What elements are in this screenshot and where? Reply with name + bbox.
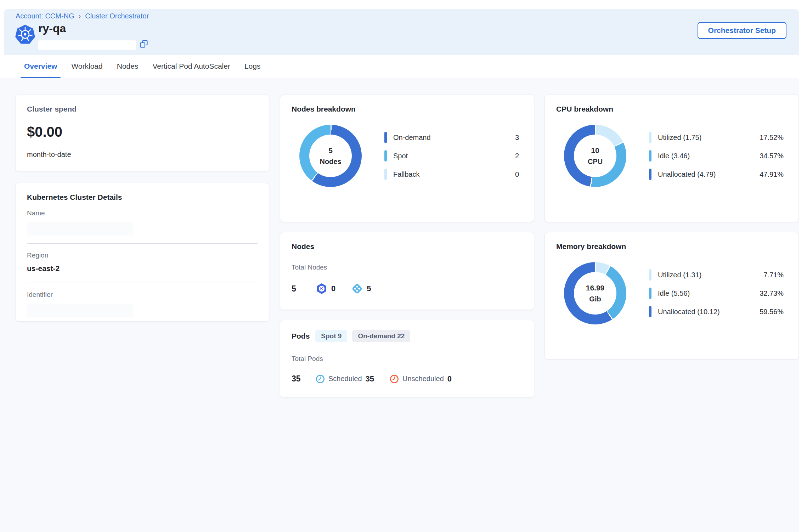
pods-badge-on-demand-22: On-demand 22	[352, 330, 410, 342]
unscheduled-value: 0	[447, 374, 452, 384]
tab-logs[interactable]: Logs	[244, 55, 261, 78]
legend-label: Idle (3.46)	[658, 152, 690, 160]
cluster-orchestrator-page: Account: CCM-NG › Cluster Orchestrator r…	[0, 0, 807, 532]
scheduled-value: 35	[366, 374, 374, 384]
copy-icon[interactable]	[140, 40, 148, 48]
breadcrumb-page-link[interactable]: Cluster Orchestrator	[85, 12, 149, 20]
cluster-id-redacted	[38, 40, 136, 50]
nodes-breakdown-card: Nodes breakdown5NodesOn-demand3Spot2Fall…	[280, 95, 534, 222]
tab-vertical-pod-autoscaler[interactable]: Vertical Pod AutoScaler	[152, 55, 230, 78]
cluster-details-card: Kubernetes Cluster Details NameRegionus-…	[15, 183, 269, 322]
cluster-spend-amount: $0.00	[27, 124, 258, 140]
detail-field-region: Regionus-east-2	[27, 244, 258, 275]
total-pods-value: 35	[292, 374, 316, 384]
legend-label: Unallocated (10.12)	[658, 308, 720, 316]
memory-breakdown-card: Memory breakdown16.99GibUtilized (1.31)7…	[544, 232, 799, 360]
breadcrumb: Account: CCM-NG › Cluster Orchestrator	[16, 12, 149, 20]
legend-item: Utilized (1.31)7.71%	[649, 269, 787, 281]
legend-label: Idle (5.56)	[658, 289, 690, 298]
detail-field-name: Name	[27, 202, 258, 236]
legend-label: Unallocated (4.79)	[658, 170, 716, 179]
legend-value: 0	[515, 170, 519, 179]
legend-label: On-demand	[393, 134, 431, 142]
nodes_breakdown-donut-chart: 5Nodes	[299, 125, 362, 187]
detail-field-identifier: Identifier	[27, 283, 258, 317]
legend-item: Idle (5.56)32.73%	[649, 287, 787, 299]
legend-marker	[384, 132, 387, 143]
donut-center-value: 10	[591, 146, 599, 155]
legend-value: 32.73%	[760, 289, 784, 298]
legend-item: Idle (3.46)34.57%	[649, 150, 787, 162]
detail-label: Region	[27, 251, 258, 259]
detail-value: us-east-2	[27, 264, 258, 275]
detail-label: Name	[27, 209, 258, 217]
donut-center-label: Gib	[589, 295, 601, 303]
legend-value: 17.52%	[760, 134, 784, 142]
legend-marker	[649, 306, 651, 317]
legend-label: Spot	[393, 152, 408, 160]
tab-workload[interactable]: Workload	[71, 55, 102, 78]
kubernetes-logo-icon	[15, 25, 35, 45]
scheduled-label: Scheduled	[328, 375, 362, 383]
donut-center-value: 16.99	[586, 284, 605, 292]
pods-card: Pods Spot 9On-demand 22 Total Pods 35 Sc…	[280, 320, 534, 398]
legend-marker	[649, 169, 651, 180]
cpu_breakdown-donut-center: 10CPU	[574, 135, 616, 177]
karpenter-nodes-count: 0	[331, 284, 335, 293]
donut-center-label: Nodes	[320, 158, 341, 166]
nodes-card-title: Nodes	[292, 242, 523, 251]
nodes_breakdown-donut-center: 5Nodes	[309, 135, 352, 177]
legend-value: 47.91%	[760, 170, 784, 179]
scheduled-pods-stat: Scheduled 35	[316, 374, 374, 384]
karpenter-nodes-stat: K 0	[316, 283, 335, 295]
legend-item: Fallback0	[384, 168, 523, 180]
legend-marker	[649, 150, 651, 162]
detail-value-redacted	[27, 304, 133, 317]
tab-nodes[interactable]: Nodes	[117, 55, 139, 78]
detail-label: Identifier	[27, 291, 258, 299]
cluster-spend-period: month-to-date	[27, 151, 258, 159]
breadcrumb-separator-icon: ›	[79, 12, 81, 20]
spot-nodes-stat: 5	[351, 283, 371, 295]
cpu-breakdown-card: CPU breakdown10CPUUtilized (1.75)17.52%I…	[544, 95, 799, 222]
cpu_breakdown-legend: Utilized (1.75)17.52%Idle (3.46)34.57%Un…	[649, 131, 787, 180]
pods-card-title: Pods	[292, 332, 310, 340]
pods-badge-spot-9: Spot 9	[315, 330, 347, 342]
cluster-details-title: Kubernetes Cluster Details	[27, 193, 258, 202]
cpu_breakdown-title: CPU breakdown	[556, 105, 787, 113]
cluster-details-fields: NameRegionus-east-2Identifier	[27, 202, 258, 317]
legend-value: 34.57%	[760, 152, 784, 160]
cluster-spend-title: Cluster spend	[27, 105, 258, 113]
spot-diamond-icon	[351, 283, 363, 295]
nodes-card: Nodes Total Nodes 5 K 0	[280, 232, 534, 310]
header-band: Account: CCM-NG › Cluster Orchestrator r…	[4, 9, 799, 55]
karpenter-hexagon-icon: K	[316, 283, 328, 295]
detail-value-redacted	[27, 222, 133, 236]
nodes_breakdown-title: Nodes breakdown	[292, 105, 523, 113]
memory_breakdown-donut-center: 16.99Gib	[574, 272, 616, 315]
tab-bar: OverviewWorkloadNodesVertical Pod AutoSc…	[0, 55, 799, 78]
orchestrator-setup-button[interactable]: Orchestrator Setup	[698, 22, 786, 39]
donut-center-value: 5	[328, 146, 333, 155]
legend-value: 7.71%	[763, 271, 784, 279]
total-pods-label: Total Pods	[292, 355, 523, 363]
total-nodes-label: Total Nodes	[292, 264, 523, 271]
legend-label: Utilized (1.31)	[658, 271, 701, 279]
legend-value: 2	[515, 152, 519, 160]
legend-item: Unallocated (10.12)59.56%	[649, 306, 787, 318]
donut-center-label: CPU	[588, 158, 603, 166]
breadcrumb-account-link[interactable]: Account: CCM-NG	[16, 12, 74, 20]
legend-marker	[384, 169, 387, 180]
content-area: Cluster spend $0.00 month-to-date Kubern…	[0, 78, 799, 532]
legend-item: On-demand3	[384, 131, 523, 143]
memory_breakdown-legend: Utilized (1.31)7.71%Idle (5.56)32.73%Una…	[649, 269, 787, 318]
svg-text:K: K	[320, 287, 323, 291]
legend-marker	[649, 288, 651, 299]
cluster-spend-card: Cluster spend $0.00 month-to-date	[15, 95, 269, 172]
legend-item: Utilized (1.75)17.52%	[649, 131, 787, 143]
unscheduled-pods-stat: Unscheduled 0	[390, 374, 452, 384]
legend-marker	[649, 269, 651, 281]
legend-label: Utilized (1.75)	[658, 134, 701, 142]
cpu_breakdown-donut-chart: 10CPU	[564, 125, 626, 187]
tab-overview[interactable]: Overview	[24, 55, 57, 78]
